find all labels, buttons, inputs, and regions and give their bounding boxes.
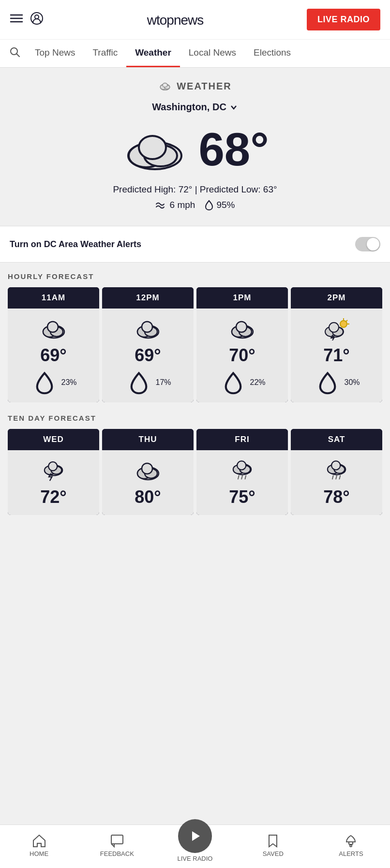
- hourly-precip-0: 23%: [30, 370, 76, 395]
- current-weather-icon: [121, 124, 189, 175]
- svg-point-53: [331, 461, 340, 470]
- svg-line-47: [238, 475, 239, 479]
- hourly-forecast-section: HOURLY FORECAST 11AM 69° 23% 12PM: [0, 263, 390, 585]
- tab-elections[interactable]: Elections: [245, 40, 300, 67]
- svg-point-38: [48, 462, 57, 471]
- weather-details: Predicted High: 72° | Predicted Low: 63°…: [10, 184, 380, 210]
- nav-home-label: HOME: [30, 850, 48, 857]
- current-weather-display: 68°: [10, 124, 380, 175]
- hourly-forecast-grid: 11AM 69° 23% 12PM: [8, 287, 382, 402]
- svg-point-10: [163, 83, 167, 87]
- nav-home[interactable]: HOME: [0, 834, 78, 857]
- tenday-temp-1: 80°: [135, 487, 161, 507]
- nav-tabs: Top News Traffic Weather Local News Elec…: [0, 40, 390, 68]
- tenday-card-2[interactable]: FRI 75°: [196, 429, 288, 515]
- hourly-body-1: 69° 17%: [102, 309, 194, 402]
- svg-point-27: [340, 321, 347, 327]
- tab-weather[interactable]: Weather: [126, 40, 180, 67]
- tab-local-news[interactable]: Local News: [180, 40, 245, 67]
- tenday-day-1: THU: [102, 429, 194, 450]
- hourly-forecast-title: HOURLY FORECAST: [8, 272, 382, 280]
- svg-marker-58: [192, 831, 200, 841]
- hourly-body-3: 71° 30%: [291, 309, 382, 402]
- live-radio-button[interactable]: LIVE RADIO: [307, 9, 380, 30]
- tenday-forecast-grid: WED 72° THU: [8, 429, 382, 515]
- tenday-day-0: WED: [8, 429, 99, 450]
- hourly-time-3: 2PM: [291, 287, 382, 309]
- svg-point-42: [142, 463, 152, 474]
- weather-section-title: WEATHER: [10, 79, 380, 93]
- hourly-card-2[interactable]: 1PM 70° 22%: [196, 287, 288, 402]
- live-radio-play-button[interactable]: [178, 819, 212, 853]
- hourly-time-2: 1PM: [196, 287, 288, 309]
- nav-saved[interactable]: SAVED: [234, 834, 312, 857]
- tenday-day-2: FRI: [196, 429, 288, 450]
- svg-line-6: [17, 54, 20, 57]
- tab-traffic[interactable]: Traffic: [84, 40, 126, 67]
- alerts-toggle[interactable]: [355, 237, 380, 251]
- tenday-card-1[interactable]: THU 80°: [102, 429, 194, 515]
- tenday-temp-0: 72°: [40, 487, 66, 507]
- tenday-forecast-title: TEN DAY FORECAST: [8, 414, 382, 422]
- tenday-card-0[interactable]: WED 72°: [8, 429, 99, 515]
- svg-line-56: [339, 475, 340, 479]
- bottom-nav: HOME FEEDBACK LIVE RADIO SAVED ALERTS: [0, 824, 390, 868]
- svg-point-22: [142, 322, 152, 332]
- hourly-temp-0: 69°: [40, 345, 66, 366]
- wind-stat: 6 mph: [155, 200, 195, 210]
- hourly-body-2: 70° 22%: [196, 309, 288, 402]
- tenday-body-0: 72°: [8, 450, 99, 515]
- svg-line-29: [346, 320, 347, 322]
- tenday-body-3: 78°: [291, 450, 382, 515]
- svg-line-54: [332, 475, 333, 479]
- svg-rect-59: [349, 842, 353, 844]
- nav-feedback[interactable]: FEEDBACK: [78, 834, 156, 857]
- hourly-card-1[interactable]: 12PM 69° 17%: [102, 287, 194, 402]
- predicted-temps: Predicted High: 72° | Predicted Low: 63°: [10, 184, 380, 195]
- current-temp: 68°: [198, 126, 269, 173]
- svg-point-60: [350, 845, 352, 847]
- tenday-card-3[interactable]: SAT 78°: [291, 429, 382, 515]
- svg-point-4: [35, 15, 39, 19]
- alerts-toggle-row: Turn on DC Area Weather Alerts: [0, 226, 390, 263]
- hourly-temp-3: 71°: [323, 345, 349, 366]
- nav-live-radio-label: LIVE RADIO: [178, 855, 213, 862]
- hourly-time-0: 11AM: [8, 287, 99, 309]
- hourly-card-0[interactable]: 11AM 69° 23%: [8, 287, 99, 402]
- svg-point-26: [236, 322, 247, 332]
- nav-alerts[interactable]: ALERTS: [312, 834, 390, 857]
- svg-point-14: [139, 136, 166, 159]
- wind-speed: 6 mph: [170, 200, 195, 210]
- user-icon[interactable]: [30, 12, 44, 28]
- search-icon[interactable]: [4, 40, 26, 67]
- tenday-temp-2: 75°: [229, 487, 255, 507]
- weather-stats: 6 mph 95%: [10, 200, 380, 210]
- location-selector[interactable]: Washington, DC: [10, 102, 380, 113]
- alerts-label: Turn on DC Area Weather Alerts: [10, 239, 141, 250]
- tenday-day-3: SAT: [291, 429, 382, 450]
- hourly-precip-1: 17%: [124, 370, 171, 395]
- tenday-body-1: 80°: [102, 450, 194, 515]
- weather-section: WEATHER Washington, DC 68° Predicted Hig…: [0, 68, 390, 226]
- toggle-knob: [367, 238, 379, 250]
- nav-live-radio[interactable]: LIVE RADIO: [156, 829, 234, 862]
- hourly-card-3[interactable]: 2PM 71°: [291, 287, 382, 402]
- svg-line-48: [241, 475, 242, 479]
- svg-point-34: [329, 323, 339, 332]
- nav-alerts-label: ALERTS: [339, 850, 363, 857]
- hourly-temp-2: 70°: [229, 345, 255, 366]
- svg-point-18: [47, 322, 58, 332]
- humidity: 95%: [216, 200, 235, 210]
- app-header: wtopnews LIVE RADIO: [0, 0, 390, 40]
- svg-line-49: [245, 475, 246, 479]
- humidity-stat: 95%: [205, 200, 235, 210]
- header-left: [10, 12, 44, 28]
- hourly-precip-3: 30%: [313, 370, 360, 395]
- menu-icon[interactable]: [10, 13, 23, 27]
- svg-line-55: [336, 475, 337, 479]
- site-logo: wtopnews: [147, 11, 204, 29]
- tenday-body-2: 75°: [196, 450, 288, 515]
- hourly-precip-2: 22%: [219, 370, 265, 395]
- tab-top-news[interactable]: Top News: [26, 40, 84, 67]
- hourly-temp-1: 69°: [135, 345, 161, 366]
